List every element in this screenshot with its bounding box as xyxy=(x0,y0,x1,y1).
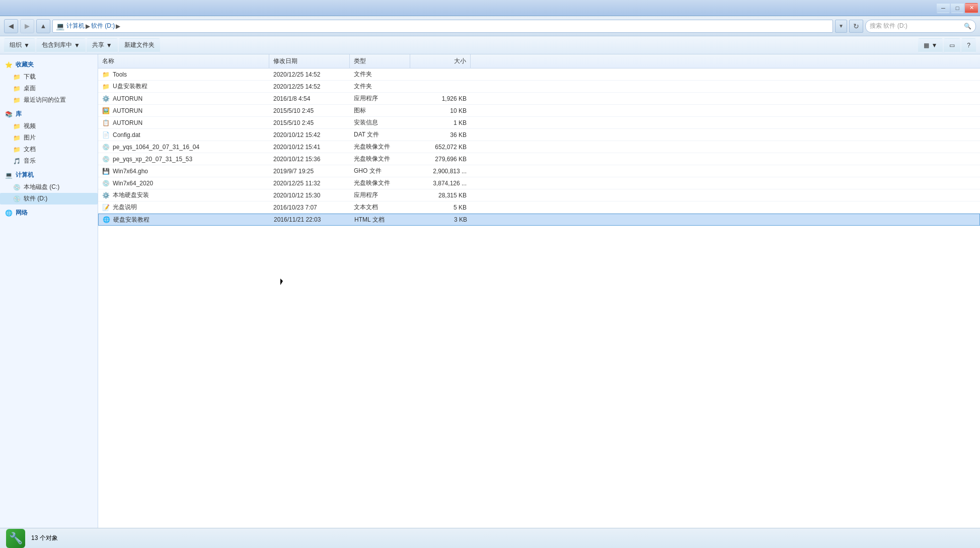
file-icon: 🌐 xyxy=(103,216,110,223)
file-name: 🌐 硬盘安装教程 xyxy=(99,216,270,224)
folder-desktop-icon: 📁 xyxy=(13,85,21,92)
new-folder-label: 新建文件夹 xyxy=(124,41,155,49)
help-button[interactable]: ? xyxy=(961,38,976,52)
network-icon: 🌐 xyxy=(5,210,13,217)
sidebar-section-header-library[interactable]: 📚 库 xyxy=(0,108,98,120)
organize-button[interactable]: 组织 ▼ xyxy=(4,38,35,52)
col-header-date[interactable]: 修改日期 xyxy=(269,54,350,68)
views-dropdown-icon: ▼ xyxy=(931,42,937,49)
preview-button[interactable]: ▭ xyxy=(944,38,960,52)
sidebar-section-header-computer[interactable]: 💻 计算机 xyxy=(0,169,98,181)
file-date: 2020/10/12 15:41 xyxy=(269,144,350,151)
file-date: 2020/10/12 15:42 xyxy=(269,131,350,139)
table-row[interactable]: 📋 AUTORUN 2015/5/10 2:45 安装信息 1 KB xyxy=(98,117,980,129)
maximize-button[interactable]: □ xyxy=(951,3,964,13)
address-path[interactable]: 💻 计算机 ▶ 软件 (D:) ▶ xyxy=(52,20,833,33)
share-button[interactable]: 共享 ▼ xyxy=(87,38,118,52)
path-drive-d[interactable]: 软件 (D:) xyxy=(91,22,115,30)
up-button[interactable]: ▲ xyxy=(36,19,50,33)
sidebar-section-computer: 💻 计算机 💿 本地磁盘 (C:) 💿 软件 (D:) xyxy=(0,169,98,204)
sidebar-item-drive-d[interactable]: 💿 软件 (D:) xyxy=(0,193,98,204)
file-name: 📄 Config.dat xyxy=(98,131,269,139)
file-size: 652,072 KB xyxy=(410,144,471,151)
search-box[interactable]: 搜索 软件 (D:) 🔍 xyxy=(865,20,976,33)
include-in-library-button[interactable]: 包含到库中 ▼ xyxy=(36,38,86,52)
sidebar-item-desktop[interactable]: 📁 桌面 xyxy=(0,83,98,94)
file-name: 📁 Tools xyxy=(98,71,269,78)
refresh-button[interactable]: ↻ xyxy=(849,20,863,33)
file-type: 光盘映像文件 xyxy=(350,155,410,163)
file-type: 文件夹 xyxy=(350,70,410,79)
table-row[interactable]: 📁 U盘安装教程 2020/12/25 14:52 文件夹 xyxy=(98,81,980,93)
back-button[interactable]: ◀ xyxy=(4,19,18,33)
sidebar-item-images[interactable]: 📁 图片 xyxy=(0,132,98,144)
file-icon: 📁 xyxy=(102,71,110,78)
help-icon: ? xyxy=(967,42,970,49)
table-row[interactable]: 💿 pe_yqs_xp_20_07_31_15_53 2020/10/12 15… xyxy=(98,153,980,165)
file-date: 2016/11/21 22:03 xyxy=(270,216,350,223)
file-name: 💾 Win7x64.gho xyxy=(98,168,269,175)
table-row[interactable]: 💾 Win7x64.gho 2019/9/7 19:25 GHO 文件 2,90… xyxy=(98,165,980,177)
sidebar-item-recent[interactable]: 📁 最近访问的位置 xyxy=(0,94,98,106)
addressbar: ◀ ▶ ▲ 💻 计算机 ▶ 软件 (D:) ▶ ▼ ↻ 搜索 软件 (D:) 🔍 xyxy=(0,16,980,36)
sidebar-item-downloads[interactable]: 📁 下载 xyxy=(0,71,98,83)
close-button[interactable]: ✕ xyxy=(965,3,978,13)
drive-c-label: 本地磁盘 (C:) xyxy=(24,183,59,191)
sidebar-section-network: 🌐 网络 xyxy=(0,207,98,219)
table-row[interactable]: ⚙️ AUTORUN 2016/1/8 4:54 应用程序 1,926 KB xyxy=(98,93,980,105)
folder-documents-icon: 📁 xyxy=(13,146,21,153)
table-row[interactable]: 🖼️ AUTORUN 2015/5/10 2:45 图标 10 KB xyxy=(98,105,980,117)
sidebar: ⭐ 收藏夹 📁 下载 📁 桌面 📁 最近访问的位置 📚 库 xyxy=(0,54,98,528)
file-icon: 📁 xyxy=(102,83,110,90)
file-size: 36 KB xyxy=(410,131,471,139)
views-button[interactable]: ▦ ▼ xyxy=(918,38,943,52)
computer-icon: 💻 xyxy=(5,172,13,179)
file-size: 2,900,813 ... xyxy=(410,168,471,175)
new-folder-button[interactable]: 新建文件夹 xyxy=(119,38,160,52)
search-placeholder: 搜索 软件 (D:) xyxy=(870,22,908,30)
file-icon: 📝 xyxy=(102,204,110,211)
col-header-name[interactable]: 名称 xyxy=(98,54,269,68)
documents-label: 文档 xyxy=(24,145,36,154)
file-size: 28,315 KB xyxy=(410,192,471,199)
file-type: GHO 文件 xyxy=(350,167,410,175)
file-icon: 💿 xyxy=(102,180,110,187)
file-type: 应用程序 xyxy=(350,94,410,103)
sidebar-item-music[interactable]: 🎵 音乐 xyxy=(0,155,98,167)
col-header-type[interactable]: 类型 xyxy=(350,54,410,68)
file-size: 1 KB xyxy=(410,119,471,126)
table-row[interactable]: ⚙️ 本地硬盘安装 2020/10/12 15:30 应用程序 28,315 K… xyxy=(98,189,980,201)
file-name: 💿 Win7x64_2020 xyxy=(98,180,269,187)
file-date: 2020/10/12 15:36 xyxy=(269,156,350,163)
folder-down-icon: 📁 xyxy=(13,74,21,81)
table-row[interactable]: 📄 Config.dat 2020/10/12 15:42 DAT 文件 36 … xyxy=(98,129,980,141)
folder-video-icon: 📁 xyxy=(13,123,21,130)
file-name: 💿 pe_yqs_xp_20_07_31_15_53 xyxy=(98,156,269,163)
sidebar-item-documents[interactable]: 📁 文档 xyxy=(0,144,98,155)
file-type: 文本文档 xyxy=(350,203,410,212)
table-row[interactable]: 💿 pe_yqs_1064_20_07_31_16_04 2020/10/12 … xyxy=(98,141,980,153)
col-header-size[interactable]: 大小 xyxy=(410,54,471,68)
file-date: 2020/12/25 11:32 xyxy=(269,180,350,187)
file-type: 光盘映像文件 xyxy=(350,179,410,187)
favorites-label: 收藏夹 xyxy=(16,60,34,69)
sidebar-section-header-network[interactable]: 🌐 网络 xyxy=(0,207,98,219)
include-dropdown-icon: ▼ xyxy=(74,42,80,49)
table-row[interactable]: 📁 Tools 2020/12/25 14:52 文件夹 xyxy=(98,68,980,81)
file-icon: 📄 xyxy=(102,131,110,139)
path-computer[interactable]: 计算机 xyxy=(66,22,85,30)
sidebar-section-library: 📚 库 📁 视频 📁 图片 📁 文档 🎵 音乐 xyxy=(0,108,98,167)
music-label: 音乐 xyxy=(24,157,36,165)
recent-label: 最近访问的位置 xyxy=(24,96,66,104)
video-label: 视频 xyxy=(24,122,36,130)
organize-dropdown-icon: ▼ xyxy=(24,42,30,49)
sidebar-item-video[interactable]: 📁 视频 xyxy=(0,120,98,132)
table-row[interactable]: 🌐 硬盘安装教程 2016/11/21 22:03 HTML 文档 3 KB xyxy=(98,214,980,226)
table-row[interactable]: 📝 光盘说明 2016/10/23 7:07 文本文档 5 KB xyxy=(98,201,980,214)
minimize-button[interactable]: ─ xyxy=(937,3,950,13)
sidebar-item-drive-c[interactable]: 💿 本地磁盘 (C:) xyxy=(0,181,98,193)
address-dropdown[interactable]: ▼ xyxy=(835,20,847,33)
table-row[interactable]: 💿 Win7x64_2020 2020/12/25 11:32 光盘映像文件 3… xyxy=(98,177,980,189)
sidebar-section-header-favorites[interactable]: ⭐ 收藏夹 xyxy=(0,58,98,71)
forward-button[interactable]: ▶ xyxy=(20,19,34,33)
